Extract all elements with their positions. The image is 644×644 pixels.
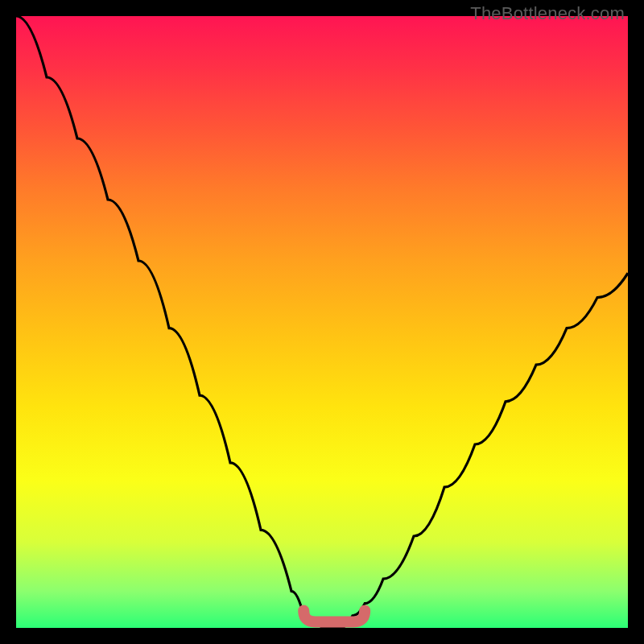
watermark-text: TheBottleneck.com	[470, 3, 625, 24]
gradient-plot-area	[16, 16, 628, 628]
